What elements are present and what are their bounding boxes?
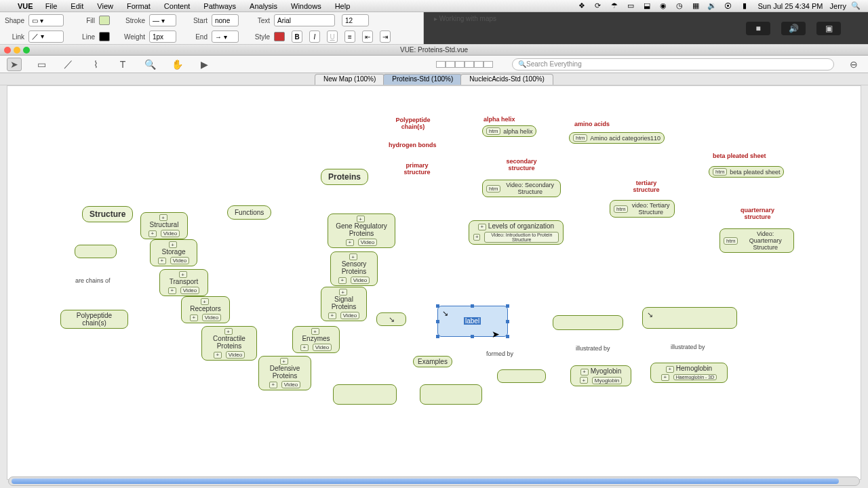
doctab-nucleic[interactable]: NucleicAcids-Std (100%): [460, 74, 553, 85]
present-tool[interactable]: ▶: [197, 58, 212, 71]
node-proteins[interactable]: Proteins: [321, 169, 368, 185]
node-empty-struct[interactable]: [75, 245, 117, 258]
node-level-1[interactable]: ↘: [376, 312, 406, 326]
underline-btn[interactable]: U: [327, 30, 338, 43]
node-poly[interactable]: Polypeptide chain(s): [60, 310, 128, 329]
menu-windows[interactable]: Windows: [285, 2, 327, 10]
zoom-levels[interactable]: [436, 61, 493, 68]
wifi-icon[interactable]: ⦿: [724, 1, 733, 11]
menu-format[interactable]: Format: [121, 2, 156, 10]
sync-icon[interactable]: ⟳: [593, 1, 603, 11]
battery-icon[interactable]: ▮: [740, 1, 749, 11]
menu-analysis[interactable]: Analysis: [244, 2, 283, 10]
node-level-4[interactable]: ↘: [642, 307, 737, 329]
arrow-end[interactable]: → ▾: [212, 30, 239, 43]
node-levels[interactable]: +Levels of organization+Video: Introduct…: [469, 220, 564, 245]
text-tool[interactable]: T: [115, 58, 130, 71]
outdent-btn[interactable]: ⇤: [362, 30, 373, 43]
stroke-picker[interactable]: — ▾: [149, 14, 176, 26]
minimize-icon[interactable]: [14, 47, 20, 54]
arrow-start[interactable]: none: [212, 14, 239, 26]
menu-view[interactable]: View: [92, 2, 119, 10]
search-placeholder: Search Everything: [526, 60, 582, 68]
hand-tool[interactable]: ✋: [170, 58, 184, 71]
node-functions[interactable]: Functions: [227, 205, 271, 220]
audio-icon[interactable]: 🔊: [781, 22, 806, 35]
fill-swatch[interactable]: [99, 16, 110, 25]
lbl-text: Text: [245, 17, 270, 24]
node-myoglobin[interactable]: +Myoglobin+Myoglobin: [570, 365, 631, 386]
indent-btn[interactable]: ⇥: [380, 30, 391, 43]
node-ex2[interactable]: [420, 384, 482, 405]
link-picker[interactable]: ／ ▾: [28, 30, 64, 43]
node-hemoglobin[interactable]: +Hemoglobin+Haemoglobin - 3D: [650, 363, 728, 383]
node-tert-video[interactable]: htmvideo: Tertiary Structure: [610, 200, 675, 218]
node-structural[interactable]: +Structural+Video: [140, 212, 188, 239]
menubar-user[interactable]: Jerry: [830, 2, 846, 10]
node-amino[interactable]: htmAmino acid categories110: [569, 132, 665, 144]
display-icon[interactable]: ▭: [626, 1, 635, 11]
close-icon[interactable]: [4, 47, 11, 54]
menu-file[interactable]: File: [40, 2, 63, 10]
edges: [7, 86, 211, 188]
node-quat-video[interactable]: htmVideo: Quarternary Structure: [719, 228, 794, 253]
font-picker[interactable]: Arial: [274, 14, 335, 26]
leaf-icon[interactable]: ❖: [577, 1, 587, 11]
eye-icon[interactable]: ◉: [658, 1, 668, 11]
menu-edit[interactable]: Edit: [65, 2, 89, 10]
node-sensory[interactable]: +Sensory Proteins+Video: [330, 251, 378, 286]
node-signal[interactable]: +Signal Proteins+Video: [321, 287, 367, 321]
node-empty-formed[interactable]: [497, 369, 546, 383]
shape-picker[interactable]: ▭ ▾: [28, 14, 64, 26]
menu-pathways[interactable]: Pathways: [198, 2, 241, 10]
umbrella-icon[interactable]: ☂: [610, 1, 619, 11]
node-alpha-helix[interactable]: htmalpha helix: [482, 125, 536, 137]
node-transport[interactable]: +Transport+Video: [159, 269, 208, 296]
font-size[interactable]: 12: [342, 14, 369, 26]
volume-icon[interactable]: 🔉: [707, 1, 717, 11]
bold-btn[interactable]: B: [292, 30, 302, 43]
node-storage[interactable]: +Storage+Video: [150, 239, 197, 266]
node-level-3[interactable]: [553, 315, 623, 330]
cal-icon[interactable]: ▦: [691, 1, 701, 11]
node-defensive[interactable]: +Defensive Proteins+Video: [258, 356, 311, 390]
weight-picker[interactable]: 1px: [149, 30, 176, 43]
horizontal-scrollbar[interactable]: [8, 476, 860, 486]
node-structure[interactable]: Structure: [82, 206, 133, 222]
menu-help[interactable]: Help: [330, 2, 356, 10]
zoom-icon[interactable]: [23, 47, 30, 54]
editing-label[interactable]: label: [464, 317, 481, 325]
line-swatch[interactable]: [99, 32, 110, 41]
map-canvas[interactable]: Polypeptide chain(s) hydrogen bonds prim…: [7, 85, 861, 480]
node-enzymes[interactable]: +Enzymes+Video: [292, 326, 340, 353]
link-tool[interactable]: ／: [61, 58, 76, 71]
timemachine-icon[interactable]: ◷: [675, 1, 684, 11]
prune-tool[interactable]: ⌇: [88, 58, 103, 71]
text-color[interactable]: [274, 32, 285, 41]
node-receptors[interactable]: +Receptors+Video: [181, 296, 230, 323]
node-ex1[interactable]: [333, 384, 397, 405]
dropbox-icon[interactable]: ⬓: [642, 1, 652, 11]
lbl-style: Style: [245, 33, 270, 41]
node-contractile[interactable]: +Contractile Proteins+Video: [201, 326, 257, 361]
node-generegs[interactable]: +Gene Regulatory Proteins+Video: [328, 214, 395, 248]
node-examples[interactable]: Examples: [413, 356, 452, 367]
close-search-icon[interactable]: ⊖: [846, 58, 861, 71]
zoom-tool[interactable]: 🔍: [142, 58, 157, 71]
list-btn[interactable]: ≡: [344, 30, 355, 43]
menu-content[interactable]: Content: [159, 2, 196, 10]
app-name[interactable]: VUE: [18, 2, 33, 10]
fullscreen-icon[interactable]: ▣: [816, 22, 841, 35]
background-tab-title[interactable]: ▸ Working with maps: [434, 15, 496, 22]
node-tool[interactable]: ▭: [34, 58, 49, 71]
search-input[interactable]: 🔍 Search Everything: [512, 58, 834, 70]
node-beta[interactable]: htmbeta pleated sheet: [709, 166, 784, 178]
doctab-newmap[interactable]: New Map (100%): [315, 74, 384, 85]
video-icon[interactable]: ■: [746, 22, 770, 35]
doctab-proteins[interactable]: Proteins-Std (100%): [383, 74, 462, 85]
menubar-clock[interactable]: Sun Jul 25 4:34 PM: [758, 2, 823, 10]
select-tool[interactable]: ➤: [7, 58, 22, 71]
node-sec-video[interactable]: htmVideo: Secondary Structure: [482, 180, 561, 197]
italic-btn[interactable]: I: [309, 30, 320, 43]
spotlight-icon[interactable]: 🔍: [851, 1, 861, 11]
